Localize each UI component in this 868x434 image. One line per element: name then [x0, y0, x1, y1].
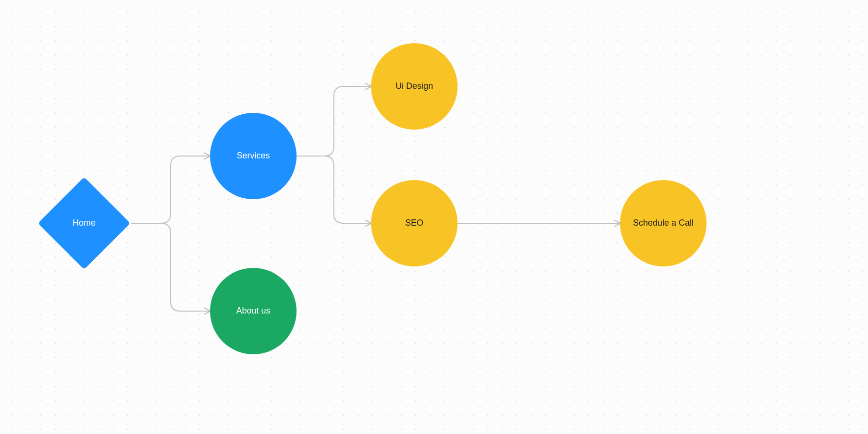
edge-services-to-seo: [297, 156, 371, 223]
node-label: About us: [236, 305, 270, 316]
edge-home-to-about: [131, 223, 210, 311]
node-services[interactable]: Services: [210, 113, 297, 199]
node-label: Services: [236, 150, 270, 161]
node-schedule[interactable]: Schedule a Call: [620, 180, 707, 266]
edge-home-to-services: [131, 156, 210, 223]
node-uidesign[interactable]: Ui Design: [371, 43, 458, 130]
node-label: Ui Design: [396, 81, 433, 92]
node-label: Schedule a Call: [633, 217, 694, 229]
node-label: SEO: [405, 217, 423, 229]
node-home[interactable]: Home: [51, 191, 117, 256]
edge-services-to-uidesign: [297, 86, 371, 156]
node-about[interactable]: About us: [210, 268, 297, 354]
node-seo[interactable]: SEO: [371, 180, 458, 266]
node-label: Home: [73, 217, 96, 229]
